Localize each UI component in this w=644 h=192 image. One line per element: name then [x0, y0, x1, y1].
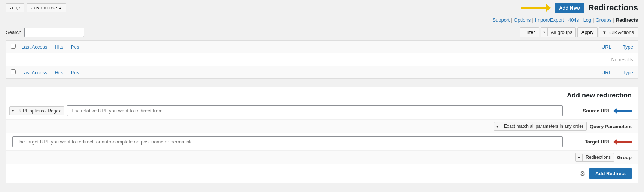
target-url-label-container: Target URL: [585, 139, 632, 145]
target-url-input[interactable]: [12, 136, 563, 147]
filter-button[interactable]: Filter: [520, 27, 539, 37]
search-label: Search: [6, 30, 21, 35]
bulk-actions-dropdown[interactable]: ▾ Bulk Actions: [599, 27, 638, 37]
all-groups-text: All groups: [548, 28, 575, 37]
bulk-actions-label: Bulk Actions: [607, 30, 634, 35]
bulk-actions-triangle-icon: ▾: [603, 30, 606, 35]
last-access-header[interactable]: Last Access: [21, 44, 47, 50]
all-groups-dropdown[interactable]: ▾ All groups: [541, 27, 576, 37]
url-options-dropdown[interactable]: ▾ URL options / Regex: [9, 106, 64, 115]
search-input[interactable]: [24, 28, 84, 37]
target-url-label-text: Target URL: [585, 139, 611, 145]
nav-import-export[interactable]: Import/Export: [535, 17, 564, 23]
select-all-checkbox-bottom[interactable]: [11, 69, 16, 74]
blue-arrow-icon: [613, 108, 632, 114]
group-dropdown-text: Redirections: [583, 153, 614, 161]
settings-gear-icon[interactable]: ⚙: [580, 170, 586, 178]
select-all-checkbox[interactable]: [11, 44, 16, 49]
source-url-row: ▾ URL options / Regex Source URL: [6, 102, 638, 120]
group-dropdown[interactable]: ▾ Redirections: [575, 153, 614, 162]
table-right-headers: URL Type: [602, 44, 633, 50]
source-url-label-text: Source URL: [583, 108, 611, 114]
add-new-button[interactable]: Add New: [555, 3, 584, 13]
table-left-headers-bottom: Last Access Hits Pos: [21, 70, 79, 75]
page-title: Redirections: [588, 3, 638, 13]
table-top: Last Access Hits Pos URL Type No results…: [6, 40, 638, 79]
actions-row: ⚙ Add Redirect: [6, 164, 638, 183]
nav-sep-4: |: [579, 17, 583, 23]
nav-redirects: Redirects: [616, 17, 638, 23]
add-section: Add new redirection ▾ URL options / Rege…: [6, 87, 638, 183]
dropdown-triangle-icon[interactable]: ▾: [541, 28, 548, 36]
url-header[interactable]: URL: [602, 44, 611, 50]
url-options-text: URL options / Regex: [16, 107, 64, 115]
hits-header[interactable]: Hits: [55, 44, 63, 50]
table-right-headers-bottom: URL Type: [602, 70, 633, 75]
add-section-title: Add new redirection: [6, 87, 638, 102]
yellow-arrow-icon: [521, 4, 551, 12]
display-options-button[interactable]: אפשרויות תצוגה: [27, 3, 66, 12]
url-options-chevron-icon[interactable]: ▾: [10, 107, 16, 114]
table-header-top: Last Access Hits Pos URL Type: [6, 41, 638, 53]
last-access-header-bottom[interactable]: Last Access: [21, 70, 47, 75]
nav-sep-6: |: [611, 17, 616, 23]
hits-header-bottom[interactable]: Hits: [55, 70, 63, 75]
target-url-row: Target URL: [6, 133, 638, 151]
nav-404s[interactable]: 404s: [568, 17, 579, 23]
red-arrow-icon: [613, 139, 632, 145]
source-url-input[interactable]: [67, 105, 563, 116]
top-bar-left: עזרה אפשרויות תצוגה: [6, 3, 66, 12]
no-results-text: No results: [611, 57, 633, 62]
nav-sep-2: |: [531, 17, 535, 23]
nav-log[interactable]: Log: [583, 17, 592, 23]
group-label: Group: [617, 155, 632, 160]
nav-sep-3: |: [564, 17, 568, 23]
query-label: Query Parameters: [590, 124, 632, 129]
type-header[interactable]: Type: [623, 44, 633, 50]
group-dropdown-tri-icon[interactable]: ▾: [576, 154, 583, 161]
nav-options[interactable]: Options: [514, 17, 531, 23]
add-redirect-button[interactable]: Add Redirect: [589, 168, 632, 179]
table-header-bottom: Last Access Hits Pos URL Type: [6, 66, 638, 79]
nav-support[interactable]: Support: [492, 17, 510, 23]
help-button[interactable]: עזרה: [6, 3, 24, 12]
apply-button[interactable]: Apply: [577, 27, 598, 37]
filter-bar: Search Filter ▾ All groups Apply ▾ Bulk …: [0, 24, 644, 40]
source-url-label-container: Source URL: [583, 108, 632, 114]
group-row: ▾ Redirections Group: [6, 151, 638, 164]
filter-right: Filter ▾ All groups Apply ▾ Bulk Actions: [520, 27, 638, 37]
query-dropdown[interactable]: ▾ Exact match all parameters in any orde…: [494, 122, 587, 131]
table-left-headers: Last Access Hits Pos: [21, 44, 79, 50]
query-dropdown-tri-icon[interactable]: ▾: [494, 123, 501, 130]
top-bar: עזרה אפשרויות תצוגה Add New Redirections: [0, 0, 644, 16]
pos-header[interactable]: Pos: [71, 44, 79, 50]
nav-groups[interactable]: Groups: [596, 17, 612, 23]
pos-header-bottom[interactable]: Pos: [71, 70, 79, 75]
query-dropdown-text: Exact match all parameters in any order: [501, 122, 586, 130]
search-area: Search: [6, 28, 84, 37]
type-header-bottom[interactable]: Type: [623, 70, 633, 75]
query-params-row: ▾ Exact match all parameters in any orde…: [6, 120, 638, 133]
url-header-bottom[interactable]: URL: [602, 70, 611, 75]
nav-links: Support | Options | Import/Export | 404s…: [0, 16, 644, 24]
no-results-row: No results: [6, 53, 638, 66]
nav-sep-1: |: [510, 17, 514, 23]
nav-sep-5: |: [591, 17, 595, 23]
